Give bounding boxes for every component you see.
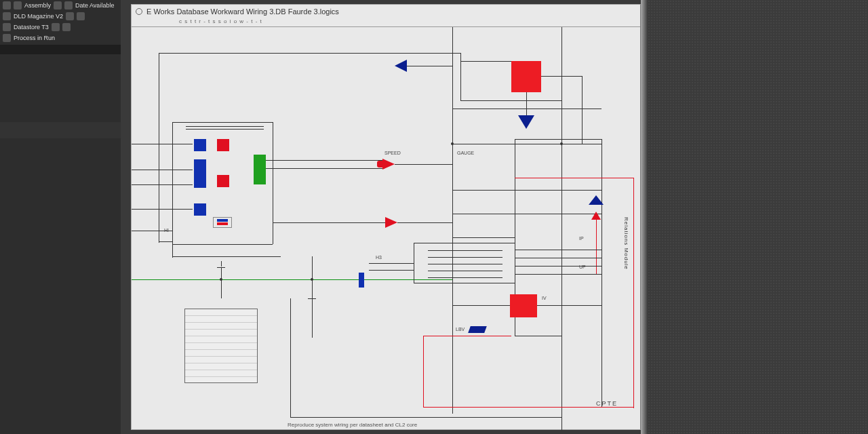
block-red-2[interactable] — [217, 175, 229, 187]
tag-blue-icon — [469, 326, 486, 334]
wire-h — [132, 184, 193, 185]
wire-h — [452, 305, 510, 306]
wire-h — [428, 257, 502, 258]
wire-v-guide-1 — [452, 27, 453, 414]
port-label: IV — [542, 296, 547, 300]
red-lozenge — [377, 161, 387, 167]
legend-box — [213, 217, 232, 228]
wire-h — [273, 222, 388, 223]
sidebar-item-datastore[interactable]: Datastore T3 — [0, 22, 121, 33]
wire-h — [515, 258, 601, 258]
diagram-canvas[interactable]: E Works Database Workward Wiring 3.DB Fa… — [131, 4, 641, 430]
wire-h — [515, 250, 601, 250]
wire-h — [537, 305, 601, 306]
wire-h — [428, 277, 502, 278]
sidebar-divider — [0, 45, 121, 54]
block-blue-2[interactable] — [194, 159, 206, 188]
wire-h — [132, 144, 193, 144]
wire-v — [221, 261, 222, 267]
wire-v — [582, 76, 583, 144]
label-gauge: GAUGE — [457, 151, 474, 155]
sidebar-item-extra: Date Available — [75, 2, 114, 9]
wire-h-red — [423, 407, 633, 408]
wire-h — [515, 139, 601, 140]
sidebar-item-process[interactable]: Process in Run — [0, 33, 121, 43]
block-red-top[interactable] — [511, 61, 541, 92]
block-blue-mid[interactable] — [359, 273, 364, 288]
block-blue-1[interactable] — [194, 139, 206, 151]
folder-icon — [3, 1, 11, 9]
diagram-area[interactable]: HI SPEED GAUGE — [132, 27, 640, 429]
sidebar-item-magazine[interactable]: DLD Magazine V2 — [0, 11, 121, 22]
save-icon — [77, 12, 85, 20]
wire-h-green — [132, 279, 452, 280]
wire-h — [369, 263, 414, 264]
sidebar-item-assembly[interactable]: Assembly Date Available — [0, 0, 121, 11]
window-title: E Works Database Workward Wiring 3.DB Fa… — [146, 7, 339, 16]
junction-dot — [560, 142, 563, 145]
wire-h — [172, 256, 281, 257]
notes-block[interactable] — [184, 309, 258, 383]
label-speed: SPEED — [384, 151, 401, 155]
wire-v-red — [423, 336, 424, 407]
wire-h — [172, 122, 273, 123]
wire-h — [308, 298, 316, 299]
arrow-red-up-icon — [591, 212, 601, 220]
wire-h — [460, 100, 562, 101]
sidebar-item-label: Assembly — [24, 2, 51, 9]
wire-h — [159, 53, 460, 54]
wire-h — [541, 76, 582, 77]
gear-icon — [14, 1, 22, 9]
sidebar-item-label: Process in Run — [14, 35, 55, 41]
block-green-1[interactable] — [254, 155, 266, 184]
label-lbv: LBV — [456, 327, 465, 332]
db-icon — [3, 23, 11, 31]
wire-h — [266, 168, 384, 169]
port-label: H3 — [376, 255, 382, 260]
wire-v-red — [633, 178, 634, 408]
arrow-blue-left-icon — [395, 60, 407, 72]
wire-h — [515, 266, 601, 267]
wire-h — [290, 417, 561, 418]
wire-v — [221, 268, 222, 298]
list-icon — [64, 1, 73, 9]
block-red-bottom[interactable] — [510, 294, 537, 317]
block-blue-3[interactable] — [194, 203, 206, 216]
wire-h — [266, 160, 384, 161]
wire-h — [186, 129, 264, 130]
wire-h — [452, 214, 601, 214]
sidebar-panel: Assembly Date Available DLD Magazine V2 … — [0, 0, 121, 434]
grid-icon — [52, 23, 60, 31]
junction-dot — [451, 142, 454, 145]
sidebar-section-break — [0, 122, 121, 138]
wire-v — [460, 53, 461, 100]
wire-h — [515, 274, 601, 275]
wire-v — [159, 53, 159, 243]
wire-h — [395, 164, 452, 165]
wire-h — [452, 190, 601, 191]
wire-h — [452, 144, 601, 144]
wire-h — [428, 250, 502, 251]
label-cpte: CPTE — [596, 400, 618, 407]
table-icon — [62, 23, 71, 31]
block-red-1[interactable] — [217, 139, 229, 151]
legend-blue — [217, 219, 228, 222]
arrow-blue-shape-icon — [589, 195, 604, 205]
sidebar-item-label: Datastore T3 — [14, 24, 49, 31]
doc-icon — [3, 12, 11, 20]
wire-v — [526, 92, 527, 116]
port-label: IP — [579, 236, 584, 241]
bus-block[interactable] — [414, 243, 515, 283]
wire-h-red — [423, 336, 511, 336]
wire-h — [407, 66, 452, 66]
canvas-shadow — [641, 0, 648, 434]
wire-h — [132, 209, 193, 210]
wire-h — [452, 237, 515, 238]
wire-h-red — [515, 178, 633, 178]
arrow-blue-down-icon — [518, 115, 534, 129]
wire-h — [172, 244, 273, 245]
wire-h — [159, 241, 172, 242]
wire-v — [172, 122, 173, 258]
target-icon — [136, 8, 142, 15]
wire-v — [290, 298, 291, 417]
